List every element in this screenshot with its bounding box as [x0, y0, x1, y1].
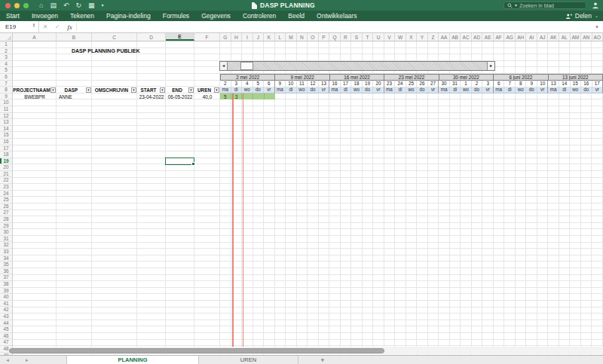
sheet-grid[interactable]: 1234567891011121314151617181920212223242…: [0, 41, 603, 355]
day-name-cell[interactable]: do: [253, 87, 265, 93]
day-number-cell[interactable]: 10: [286, 81, 297, 87]
column-header-Q[interactable]: Q: [329, 33, 341, 41]
row-header-37[interactable]: 37: [0, 274, 12, 281]
filter-dropdown-icon[interactable]: ▾: [160, 87, 165, 93]
more-icon[interactable]: ▾: [102, 2, 104, 9]
filter-dropdown-icon[interactable]: ▾: [214, 87, 219, 93]
day-number-cell[interactable]: 17: [592, 81, 603, 87]
day-name-cell[interactable]: di: [231, 87, 243, 93]
column-header-X[interactable]: X: [406, 33, 418, 41]
day-name-cell[interactable]: do: [472, 87, 483, 93]
column-header-AK[interactable]: AK: [548, 33, 559, 41]
menu-item-formules[interactable]: Formules: [157, 12, 195, 20]
table-header-end[interactable]: END▾: [166, 87, 194, 93]
selected-cell-outline[interactable]: [165, 158, 194, 165]
day-name-cell[interactable]: ma: [329, 87, 341, 93]
column-header-F[interactable]: F: [194, 33, 220, 41]
formula-input[interactable]: [77, 21, 591, 33]
row-header-45[interactable]: 45: [0, 326, 12, 333]
day-name-cell[interactable]: ma: [494, 87, 505, 93]
day-number-cell[interactable]: 16: [329, 81, 341, 87]
gantt-bar[interactable]: 53: [220, 93, 275, 100]
day-name-cell[interactable]: do: [417, 87, 428, 93]
column-header-AG[interactable]: AG: [504, 33, 516, 41]
row-header-15[interactable]: 15: [0, 132, 12, 139]
gantt-bar-cell[interactable]: [253, 93, 265, 100]
row-header-12[interactable]: 12: [0, 113, 12, 120]
row-header-21[interactable]: 21: [0, 171, 12, 178]
enter-icon[interactable]: ✓: [51, 23, 63, 30]
menu-item-tekenen[interactable]: Tekenen: [64, 12, 100, 20]
filter-dropdown-icon[interactable]: ▾: [131, 87, 136, 93]
row-header-23[interactable]: 23: [0, 184, 12, 191]
row-header-18[interactable]: 18: [0, 151, 12, 158]
column-header-A[interactable]: A: [13, 33, 57, 41]
column-header-H[interactable]: H: [231, 33, 243, 41]
day-name-cell[interactable]: di: [341, 87, 352, 93]
row-header-36[interactable]: 36: [0, 268, 12, 275]
gantt-bar-cell[interactable]: 5: [220, 93, 231, 100]
menu-item-start[interactable]: Start: [0, 12, 26, 20]
day-number-cell[interactable]: 26: [417, 81, 428, 87]
day-number-cell[interactable]: 24: [395, 81, 406, 87]
day-name-cell[interactable]: di: [450, 87, 461, 93]
name-box[interactable]: E19 ▴▾: [0, 21, 39, 33]
row-header-25[interactable]: 25: [0, 197, 12, 203]
column-header-M[interactable]: M: [286, 33, 297, 41]
data-cell[interactable]: [92, 93, 137, 100]
row-header-10[interactable]: 10: [0, 99, 12, 106]
day-number-cell[interactable]: 3: [482, 81, 494, 87]
day-number-cell[interactable]: 4: [242, 81, 253, 87]
table-header-start[interactable]: START▾: [137, 87, 166, 93]
day-name-cell[interactable]: vr: [264, 87, 275, 93]
table-header-projectnaam[interactable]: PROJECTNAAM▾: [13, 87, 57, 93]
data-cell[interactable]: BWEBPR: [13, 93, 57, 100]
menu-item-beeld[interactable]: Beeld: [282, 12, 311, 20]
day-name-cell[interactable]: ma: [439, 87, 450, 93]
column-header-N[interactable]: N: [297, 33, 308, 41]
row-header-40[interactable]: 40: [0, 294, 12, 301]
day-number-cell[interactable]: 15: [571, 81, 582, 87]
day-name-cell[interactable]: wo: [406, 87, 418, 93]
column-header-AO[interactable]: AO: [592, 33, 603, 41]
tab-scroll-left-icon[interactable]: ◂: [0, 356, 15, 364]
day-number-cell[interactable]: 7: [504, 81, 516, 87]
column-header-AM[interactable]: AM: [571, 33, 582, 41]
row-header-14[interactable]: 14: [0, 126, 12, 133]
day-number-cell[interactable]: 23: [384, 81, 396, 87]
day-number-cell[interactable]: 31: [450, 81, 461, 87]
insert-function-button[interactable]: fx: [63, 23, 77, 31]
day-number-cell[interactable]: 3: [231, 81, 243, 87]
day-number-cell[interactable]: 17: [341, 81, 352, 87]
day-name-cell[interactable]: di: [395, 87, 406, 93]
week-header-cell[interactable]: 23 mei 2022: [384, 74, 439, 81]
account-icon[interactable]: [592, 2, 599, 9]
gantt-scroll-right-icon[interactable]: ▸: [487, 62, 494, 70]
row-header-26[interactable]: 26: [0, 203, 12, 210]
column-header-V[interactable]: V: [384, 33, 396, 41]
column-header-AB[interactable]: AB: [450, 33, 461, 41]
day-number-cell[interactable]: 14: [559, 81, 571, 87]
day-name-cell[interactable]: wo: [461, 87, 472, 93]
row-header-7[interactable]: 7: [0, 81, 12, 87]
week-header-cell[interactable]: 9 mei 2022: [275, 74, 329, 81]
day-name-cell[interactable]: wo: [242, 87, 253, 93]
column-header-E[interactable]: E: [166, 33, 194, 41]
filter-dropdown-icon[interactable]: ▾: [188, 87, 194, 93]
row-header-35[interactable]: 35: [0, 262, 12, 268]
day-number-cell[interactable]: 27: [428, 81, 439, 87]
row-header-4[interactable]: 4: [0, 61, 12, 68]
row-header-9[interactable]: 9: [0, 93, 12, 100]
zoom-window-button[interactable]: [23, 3, 29, 8]
column-header-Z[interactable]: Z: [428, 33, 439, 41]
day-number-cell[interactable]: 13: [548, 81, 559, 87]
day-name-cell[interactable]: wo: [516, 87, 527, 93]
column-header-C[interactable]: C: [92, 33, 137, 41]
day-name-cell[interactable]: do: [363, 87, 374, 93]
row-header-8[interactable]: 8: [0, 87, 12, 93]
row-header-1[interactable]: 1: [0, 41, 12, 48]
gantt-scrollbar-control[interactable]: ◂ ▸: [219, 61, 495, 71]
column-header-J[interactable]: J: [253, 33, 265, 41]
day-number-cell[interactable]: 5: [253, 81, 265, 87]
menu-item-controleren[interactable]: Controleren: [237, 12, 282, 20]
